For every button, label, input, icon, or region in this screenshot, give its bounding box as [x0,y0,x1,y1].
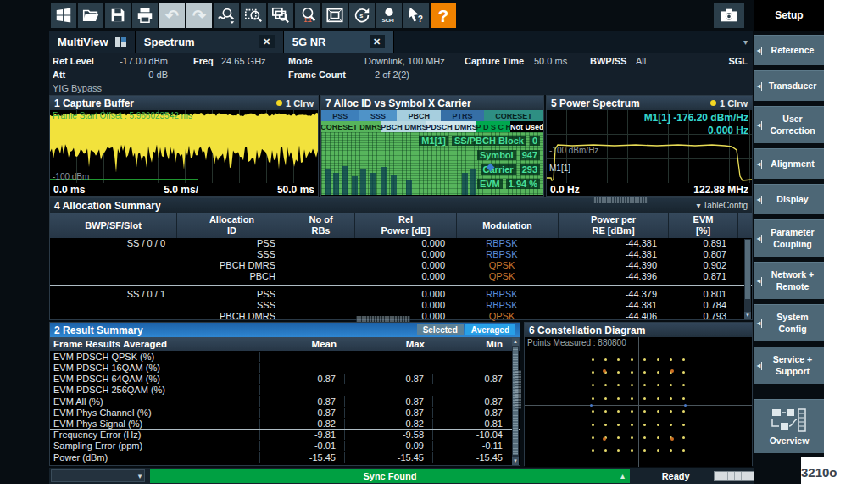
softkey-reference[interactable]: ◂Reference [754,35,824,65]
bwp-ss-value[interactable]: All [636,56,646,66]
power-spectrum-panel[interactable]: 5 Power Spectrum 1 Clrw M1[1] -176.20 dB… [546,95,753,197]
sequencer-icon[interactable]: s [349,3,375,28]
column-header[interactable]: Modulation [457,213,559,238]
softkey-network-remote[interactable]: ◂Network +Remote [754,262,824,299]
capture-buffer-panel[interactable]: 1 Capture Buffer 1 Clrw Frame Start Offs… [49,95,319,197]
result-row[interactable]: Power (dBm)-15.45-15.45-15.45 [50,452,520,463]
softkey-transducer[interactable]: ◂Transducer [754,70,824,101]
allocation-row[interactable]: SSS0.000RBPSK-44.3810.807 [50,249,752,260]
column-header[interactable]: BWP/SF/Slot [50,213,177,238]
softkey-system-config[interactable]: ◂SystemConfig [754,304,824,341]
splitter-handle[interactable] [515,370,521,409]
cell: SSS [177,249,287,260]
column-header[interactable]: Power perRE [dBm] [559,213,669,238]
tab-spectrum[interactable]: Spectrum ✕ [136,30,284,53]
constellation-area[interactable]: Points Measured : 880800 [525,337,752,467]
averaged-button[interactable]: Averaged [465,324,515,336]
selected-button[interactable]: Selected [417,324,464,336]
mode-value[interactable]: Downlink, 100 MHz [364,56,445,66]
power-spectrum-chart[interactable]: M1[1] -176.20 dBm/Hz 0.000 Hz -100 dBm/H… [547,110,752,183]
splitter-handle[interactable] [356,316,410,322]
allocation-row[interactable]: PBCH0.000QPSK-44.3960.871 [50,271,752,282]
result-row[interactable]: EVM Phys Channel (%)0.870.870.87 [50,407,520,418]
result-table-body: EVM PDSCH QPSK (%)EVM PDSCH 16QAM (%)EVM… [50,351,520,463]
alloc-map-area[interactable]: M1[1] SS/PBCH Block 0 Symbol 947 Carrier… [321,132,543,195]
cell: PBCH DMRS [177,260,287,271]
allocation-row[interactable]: SS / 0 / 1PSS0.000RBPSK-44.3790.801 [50,289,752,300]
ref-level-value[interactable]: -17.00 dBm [102,56,168,66]
help-icon[interactable]: ? [431,3,456,28]
column-header[interactable]: No ofRBs [287,213,355,238]
cell: -9.58 [345,430,433,440]
softkey-user-correction[interactable]: ◂UserCorrection [754,106,824,143]
column-header[interactable]: AllocationID [177,213,287,238]
column-header[interactable]: RelPower [dB] [355,213,457,238]
att-value[interactable]: 0 dB [102,69,168,80]
allocation-row[interactable]: SSS0.000RBPSK-44.3810.784 [50,300,752,311]
softkey-service-support[interactable]: ◂Service +Support [754,347,824,384]
sync-caret-icon[interactable]: ▴ [620,472,625,480]
constellation-point [670,424,672,426]
result-row[interactable]: EVM PDSCH QPSK (%) [50,351,520,362]
result-row[interactable]: Frequency Error (Hz)-9.81-9.58-10.04 [50,429,520,440]
allocation-scrollbar[interactable]: ▼ [744,239,751,319]
alloc-map-panel[interactable]: 7 Alloc ID vs Symbol X Carrier PSSSSSPBC… [320,95,544,197]
multi-window-zoom-icon[interactable] [268,3,293,28]
submenu-indicator-icon: ◂ [757,196,762,204]
result-row[interactable]: EVM PDSCH 64QAM (%)0.870.870.87 [50,373,520,384]
zoom-selection-icon[interactable] [241,3,266,28]
allocation-summary-panel[interactable]: 4 Allocation Summary ▾ TableConfig BWP/S… [49,197,753,320]
softkey-overview[interactable]: Overview [754,399,824,453]
constellation-point [670,410,672,413]
constellation-panel[interactable]: 6 Constellation Diagram Points Measured … [524,322,753,466]
tab-5g-nr[interactable]: 5G NR ✕ [284,30,394,53]
capture-buffer-chart[interactable]: Frame Start Offset : 5.966023542 ms -100… [50,110,318,183]
splitter-handle[interactable] [593,197,648,203]
constellation-point [617,424,620,426]
save-icon[interactable] [105,3,131,28]
allocation-row[interactable]: PBCH DMRS0.000QPSK-44.3900.902 [50,260,752,271]
softkey-parameter-coupling[interactable]: ◂ParameterCoupling [754,219,824,257]
sync-status-bar[interactable]: Sync Found ▴ [150,469,630,483]
column-header[interactable]: Max [345,339,433,349]
screenshot-icon[interactable] [714,3,744,28]
constellation-point [604,358,607,361]
cell: -44.381 [559,238,669,249]
column-header[interactable]: Frame Results Averaged [50,339,260,349]
pointer-help-icon[interactable]: ? [403,3,429,28]
tab-overflow-caret-icon[interactable]: ▾ [743,37,753,47]
constellation-point [670,397,672,400]
result-row[interactable]: EVM Phys Signal (%)0.820.820.81 [50,418,520,429]
result-row[interactable]: EVM PDSCH 256QAM (%) [50,385,520,396]
status-dropdown[interactable]: ▾ [51,469,145,482]
zoom-1to1-icon[interactable]: 1:1 [295,3,320,28]
result-row[interactable]: EVM PDSCH 16QAM (%) [50,362,520,373]
table-config-button[interactable]: ▾ TableConfig [697,201,748,210]
capture-ymin-label: -100 dBm [53,172,89,181]
tab-multiview[interactable]: MultiView [49,30,136,53]
close-icon[interactable]: ✕ [370,35,385,48]
x-right-label: 50.0 ms [277,184,314,196]
sync-status-label: Sync Found [363,471,416,481]
frame-count-value[interactable]: 2 of 2(2) [375,69,409,80]
cell: 0.000 [355,289,457,300]
softkey-alignment[interactable]: ◂Alignment [754,148,824,179]
allocation-row[interactable]: SS / 0 / 0PSS0.000RBPSK-44.3810.891 [50,238,752,249]
freq-value[interactable]: 24.65 GHz [221,56,266,66]
column-header[interactable]: Min [433,339,511,349]
result-row[interactable]: Sampling Error (ppm)-0.010.09-0.11 [50,441,520,452]
close-icon[interactable]: ✕ [259,35,275,48]
zoom-trace-icon[interactable] [214,3,239,28]
windows-icon[interactable] [51,3,76,28]
capture-time-value[interactable]: 50.0 ms [534,56,567,66]
column-header[interactable]: Mean [260,339,345,349]
softkey-display[interactable]: ◂Display [754,184,824,214]
frame-zoom-icon[interactable] [322,3,348,28]
print-icon[interactable] [132,3,158,28]
open-file-icon[interactable] [78,3,103,28]
column-header[interactable]: EVM[%] [669,213,738,238]
result-row[interactable]: EVM All (%)0.870.870.87 [50,396,520,407]
scpi-icon[interactable]: SCPI [376,3,402,28]
constellation-point [657,449,659,452]
result-summary-panel[interactable]: 2 Result Summary Selected Averaged Frame… [49,322,520,466]
